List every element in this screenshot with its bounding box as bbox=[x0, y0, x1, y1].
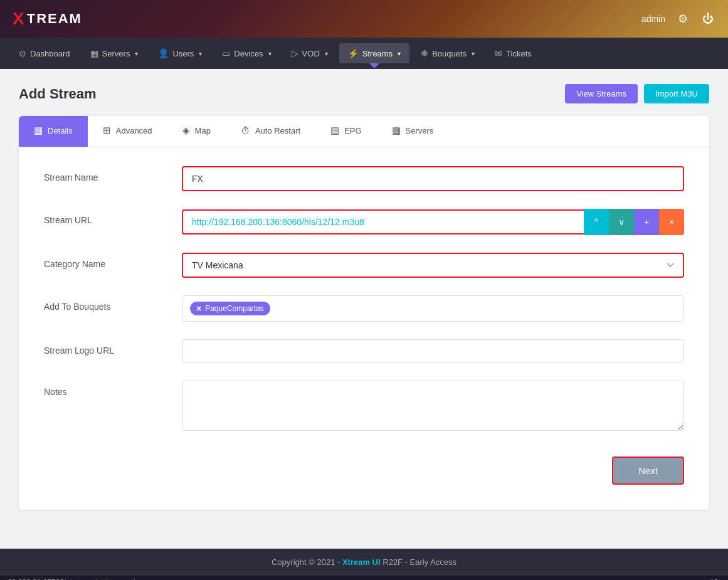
bouquets-control: × PaqueCompartas bbox=[182, 295, 684, 322]
advanced-tab-icon: ⊞ bbox=[103, 125, 111, 136]
nav-label-dashboard: Dashboard bbox=[30, 49, 70, 58]
notes-textarea[interactable] bbox=[182, 381, 684, 431]
nav-label-devices: Devices bbox=[234, 49, 263, 58]
devices-icon: ▭ bbox=[222, 48, 230, 58]
stream-name-label: Stream Name bbox=[44, 166, 182, 182]
nav-label-streams: Streams bbox=[362, 49, 393, 58]
next-button[interactable]: Next bbox=[612, 456, 684, 485]
vod-icon: ▷ bbox=[292, 48, 298, 58]
servers-arrow-icon: ▾ bbox=[135, 50, 138, 57]
nav-label-servers: Servers bbox=[102, 49, 130, 58]
form-body: Stream Name Stream URL ^ ∨ + × bbox=[19, 147, 709, 510]
nav-label-vod: VOD bbox=[302, 49, 320, 58]
nav-item-streams[interactable]: ⚡ Streams ▾ bbox=[339, 43, 409, 63]
bouquets-arrow-icon: ▾ bbox=[472, 50, 475, 57]
admin-label: admin bbox=[641, 14, 665, 24]
url-down-button[interactable]: ∨ bbox=[609, 209, 634, 235]
nav-item-bouquets[interactable]: ❋ Bouquets ▾ bbox=[412, 43, 483, 63]
navbar: ⊙ Dashboard ▦ Servers ▾ 👤 Users ▾ ▭ Devi… bbox=[0, 38, 728, 69]
nav-item-vod[interactable]: ▷ VOD ▾ bbox=[283, 43, 337, 63]
tab-map[interactable]: ◈ Map bbox=[167, 116, 226, 147]
form-card: ▦ Details ⊞ Advanced ◈ Map ⏱ Auto Restar… bbox=[19, 116, 709, 510]
stream-name-control bbox=[182, 166, 684, 191]
view-streams-button[interactable]: View Streams bbox=[565, 84, 638, 103]
category-name-label: Category Name bbox=[44, 253, 182, 269]
footer-brand: Xtream UI bbox=[342, 557, 381, 567]
logo-text: TREAM bbox=[27, 11, 82, 27]
bouquets-label: Add To Bouquets bbox=[44, 295, 182, 312]
tab-details-label: Details bbox=[48, 126, 73, 135]
bouquet-tag-label: PaqueCompartas bbox=[205, 304, 263, 313]
tab-epg[interactable]: ▤ EPG bbox=[315, 116, 376, 147]
logo-url-label: Stream Logo URL bbox=[44, 339, 182, 356]
tab-servers[interactable]: ▦ Servers bbox=[377, 116, 449, 147]
nav-item-servers[interactable]: ▦ Servers ▾ bbox=[82, 43, 147, 63]
users-arrow-icon: ▾ bbox=[199, 50, 202, 57]
category-name-row: Category Name TV Mexicana bbox=[44, 253, 684, 278]
stream-name-row: Stream Name bbox=[44, 166, 684, 191]
category-name-select[interactable]: TV Mexicana bbox=[182, 253, 684, 278]
page-header: Add Stream View Streams Import M3U bbox=[19, 84, 709, 103]
bouquet-tag-remove[interactable]: × bbox=[196, 303, 201, 314]
tab-epg-label: EPG bbox=[344, 126, 361, 135]
tickets-icon: ✉ bbox=[495, 48, 502, 58]
form-actions: Next bbox=[44, 450, 684, 491]
tab-auto-restart[interactable]: ⏱ Auto Restart bbox=[226, 116, 315, 147]
bouquet-tag: × PaqueCompartas bbox=[190, 302, 270, 315]
tabs: ▦ Details ⊞ Advanced ◈ Map ⏱ Auto Restar… bbox=[19, 116, 709, 147]
url-add-button[interactable]: + bbox=[634, 209, 659, 235]
tab-advanced[interactable]: ⊞ Advanced bbox=[88, 116, 167, 147]
logo-url-row: Stream Logo URL bbox=[44, 339, 684, 363]
epg-tab-icon: ▤ bbox=[330, 125, 339, 136]
notes-label: Notes bbox=[44, 381, 182, 397]
footer-version: R22F - Early Access bbox=[381, 557, 456, 567]
footer-copyright: Copyright © 2021 - bbox=[272, 557, 342, 567]
servers-tab-icon: ▦ bbox=[392, 125, 401, 136]
streams-arrow-icon: ▾ bbox=[398, 50, 401, 57]
tab-details[interactable]: ▦ Details bbox=[19, 116, 88, 147]
power-icon[interactable]: ⏻ bbox=[700, 11, 715, 26]
users-icon: 👤 bbox=[158, 48, 169, 58]
map-tab-icon: ◈ bbox=[182, 125, 190, 136]
bouquets-row: Add To Bouquets × PaqueCompartas bbox=[44, 295, 684, 322]
header-right: admin ⚙ ⏻ bbox=[641, 11, 715, 26]
stream-name-input[interactable] bbox=[182, 166, 684, 191]
logo-url-control bbox=[182, 339, 684, 363]
stream-url-label: Stream URL bbox=[44, 209, 182, 225]
nav-label-tickets: Tickets bbox=[506, 49, 532, 58]
notes-row: Notes bbox=[44, 381, 684, 433]
tab-map-label: Map bbox=[195, 126, 211, 135]
stream-url-buttons: ^ ∨ + × bbox=[584, 209, 684, 235]
nav-item-dashboard[interactable]: ⊙ Dashboard bbox=[10, 43, 79, 63]
bouquets-icon: ❋ bbox=[421, 48, 428, 58]
page-actions: View Streams Import M3U bbox=[565, 84, 709, 103]
streams-icon: ⚡ bbox=[348, 48, 359, 58]
stream-url-wrap: ^ ∨ + × bbox=[182, 209, 684, 235]
auto-restart-tab-icon: ⏱ bbox=[241, 125, 250, 136]
settings-icon[interactable]: ⚙ bbox=[675, 11, 690, 26]
tab-advanced-label: Advanced bbox=[116, 126, 152, 135]
page-title: Add Stream bbox=[19, 86, 96, 102]
bouquets-input[interactable]: × PaqueCompartas bbox=[182, 295, 684, 322]
dashboard-icon: ⊙ bbox=[19, 48, 26, 58]
import-m3u-button[interactable]: Import M3U bbox=[644, 84, 709, 103]
notes-control bbox=[182, 381, 684, 433]
tab-servers-label: Servers bbox=[406, 126, 434, 135]
nav-item-devices[interactable]: ▭ Devices ▾ bbox=[213, 43, 280, 63]
nav-label-bouquets: Bouquets bbox=[432, 49, 467, 58]
status-bar: 68.200.21:25500/stream.php#epg-options 1… bbox=[0, 576, 728, 580]
logo-url-input[interactable] bbox=[182, 339, 684, 363]
devices-arrow-icon: ▾ bbox=[268, 50, 272, 57]
nav-item-users[interactable]: 👤 Users ▾ bbox=[149, 43, 211, 63]
url-up-button[interactable]: ^ bbox=[584, 209, 609, 235]
url-remove-button[interactable]: × bbox=[659, 209, 684, 235]
logo-x: X bbox=[13, 9, 26, 29]
nav-item-tickets[interactable]: ✉ Tickets bbox=[486, 43, 541, 63]
category-name-control: TV Mexicana bbox=[182, 253, 684, 278]
details-tab-icon: ▦ bbox=[34, 125, 43, 136]
stream-url-row: Stream URL ^ ∨ + × bbox=[44, 209, 684, 235]
servers-icon: ▦ bbox=[90, 48, 98, 58]
stream-url-input[interactable] bbox=[182, 209, 584, 235]
logo: X TREAM bbox=[13, 9, 82, 29]
header: X TREAM admin ⚙ ⏻ bbox=[0, 0, 728, 38]
